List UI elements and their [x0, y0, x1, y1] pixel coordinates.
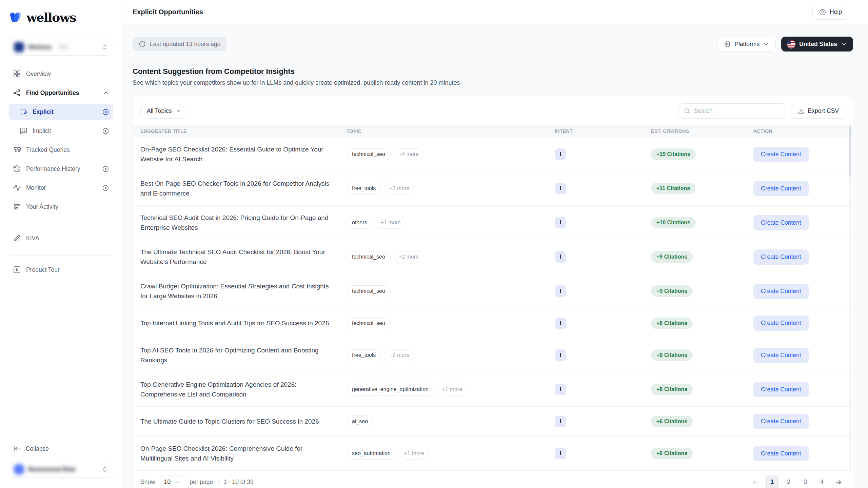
sidebar-item-tracked-queries[interactable]: Tracked Queries [9, 142, 113, 158]
create-content-button[interactable]: Create Content [753, 249, 809, 265]
sidebar-item-product-tour[interactable]: Product Tour [9, 262, 113, 278]
citations-badge: +8 Citations [651, 349, 693, 361]
sidebar-item-your-activity[interactable]: Your Activity [9, 199, 113, 215]
topic-cell: free_tools +2 more [347, 183, 555, 195]
topic-cell: ai_seo [347, 415, 555, 427]
us-flag-icon [787, 40, 795, 48]
cpu-icon [724, 40, 731, 48]
download-icon [797, 107, 805, 115]
page-button-4[interactable]: 4 [815, 475, 829, 488]
sidebar-item-find-opportunities[interactable]: Find Opportunities [9, 85, 113, 101]
more-topics-chip[interactable]: +2 more [394, 251, 423, 263]
column-header-est-citations: EST. CITATIONS [651, 128, 753, 134]
more-topics-chip[interactable]: +1 more [437, 384, 467, 395]
citations-badge: +8 Citations [651, 318, 693, 329]
search-input[interactable] [694, 107, 781, 115]
chevron-down-icon [175, 108, 182, 114]
per-page-select[interactable]: 10 [160, 475, 185, 488]
topic-cell: technical_seo +4 more [347, 148, 555, 160]
sidebar-item-kiva[interactable]: KIVA [9, 230, 113, 246]
collapse-sidebar-button[interactable]: Collapse [9, 441, 53, 456]
workspace-selector[interactable]: Wellows Pro [9, 39, 113, 56]
citations-badge: +8 Citations [651, 384, 693, 395]
table-scrollbar-thumb[interactable] [849, 126, 851, 177]
grid-icon [13, 70, 21, 78]
table-row: The Ultimate Guide to Topic Clusters for… [133, 406, 853, 436]
intent-badge: I [555, 384, 566, 395]
circled-play-icon[interactable] [102, 165, 109, 172]
region-dropdown[interactable]: United States [781, 37, 853, 52]
search-box [678, 103, 786, 119]
previous-page-button[interactable] [749, 475, 762, 488]
citations-badge: +10 Citations [651, 217, 696, 228]
topic-cell: free_tools +2 more [347, 349, 555, 361]
sidebar-item-monitor[interactable]: Monitor [9, 180, 113, 196]
intent-badge: I [555, 217, 566, 228]
circled-play-icon[interactable] [102, 127, 109, 135]
topic-cell: technical_seo [347, 285, 555, 297]
sidebar-item-explicit[interactable]: Explicit [9, 104, 113, 120]
intent-cell: I [555, 448, 651, 459]
column-header-topic: TOPIC [347, 128, 555, 134]
circled-play-icon[interactable] [102, 184, 109, 191]
user-name: Muhammad Bilal [28, 466, 75, 473]
create-content-button[interactable]: Create Content [753, 147, 809, 162]
user-info: Muhammad Bilal [14, 464, 75, 474]
intent-badge: I [555, 148, 566, 160]
citations-cell: +8 Citations [651, 384, 753, 395]
sidebar-item-overview[interactable]: Overview [9, 66, 113, 82]
sidebar: wellows Wellows Pro Overview Find Opport… [0, 0, 122, 488]
create-content-button[interactable]: Create Content [753, 284, 809, 299]
more-topics-chip[interactable]: +2 more [384, 183, 414, 195]
topic-cell: generative_engine_optimization +1 more [347, 384, 555, 395]
main-area: Explicit Opportunities Help Last updated… [122, 0, 868, 488]
document-pen-icon [20, 108, 27, 116]
create-content-button[interactable]: Create Content [753, 181, 809, 196]
more-topics-chip[interactable]: +4 more [394, 148, 423, 160]
table-row: On-Page SEO Checklist 2026: Comprehensiv… [133, 436, 853, 470]
help-button[interactable]: Help [812, 5, 848, 20]
collapse-arrow-icon [13, 445, 21, 453]
sidebar-item-label: Tracked Queries [26, 146, 70, 154]
create-content-button[interactable]: Create Content [753, 215, 809, 230]
topics-filter-dropdown[interactable]: All Topics [140, 104, 188, 119]
more-topics-chip[interactable]: +1 more [376, 217, 405, 229]
column-header-action: ACTION [753, 128, 853, 134]
circled-play-icon[interactable] [102, 108, 109, 116]
citations-cell: +9 Citations [651, 285, 753, 297]
opportunities-card: All Topics Export CSV [133, 96, 853, 488]
table-row: Best On Page SEO Checker Tools in 2026 f… [133, 171, 853, 205]
help-circle-icon [819, 8, 826, 16]
sidebar-item-performance-history[interactable]: Performance History [9, 161, 113, 177]
refresh-icon[interactable] [139, 41, 146, 48]
platforms-dropdown[interactable]: Platforms [717, 37, 776, 52]
page-button-3[interactable]: 3 [798, 475, 812, 488]
brand-wordmark: wellows [26, 10, 76, 24]
export-csv-label: Export CSV [808, 107, 839, 115]
create-content-button[interactable]: Create Content [753, 414, 809, 429]
user-selector[interactable]: Muhammad Bilal [9, 461, 113, 478]
create-content-button[interactable]: Create Content [753, 382, 809, 397]
more-topics-chip[interactable]: +1 more [399, 448, 429, 460]
action-cell: Create Content [753, 316, 853, 331]
table-row: Top AI SEO Tools in 2026 for Optimizing … [133, 338, 853, 372]
intent-cell: I [555, 384, 651, 395]
workspace-info: Wellows Pro [14, 42, 71, 52]
create-content-button[interactable]: Create Content [753, 316, 809, 331]
sidebar-bottom: Collapse Muhammad Bilal [9, 441, 113, 478]
pagination: 1 2 3 4 [749, 475, 845, 488]
page-button-2[interactable]: 2 [782, 475, 795, 488]
create-content-button[interactable]: Create Content [753, 348, 809, 363]
search-icon [684, 107, 691, 115]
per-page-controls: Show 10 per page | 1 - 10 of 39 [140, 475, 254, 488]
create-content-button[interactable]: Create Content [753, 446, 809, 461]
collapse-label: Collapse [26, 445, 49, 452]
page-button-1[interactable]: 1 [765, 475, 779, 488]
more-topics-chip[interactable]: +2 more [384, 349, 414, 361]
next-page-button[interactable] [832, 475, 845, 488]
suggested-title: The Ultimate Guide to Topic Clusters for… [140, 416, 347, 426]
citations-badge: +11 Citations [651, 183, 695, 194]
export-csv-button[interactable]: Export CSV [791, 104, 845, 119]
suggested-title: Crawl Budget Optimization: Essential Str… [140, 281, 347, 301]
sidebar-item-implicit[interactable]: Implicit [9, 123, 113, 139]
